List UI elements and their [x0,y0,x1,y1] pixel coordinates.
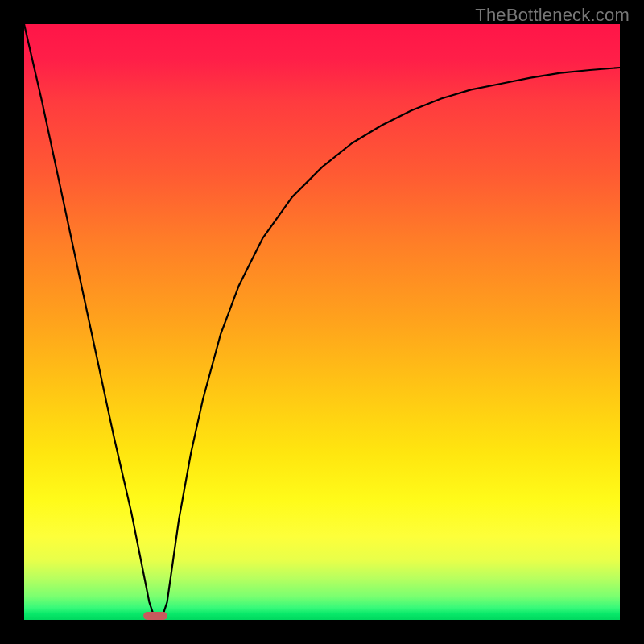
chart-frame: TheBottleneck.com [0,0,644,644]
plot-area [24,24,620,620]
curve-svg [24,24,620,620]
curve-path [24,24,620,620]
watermark-text: TheBottleneck.com [475,5,630,26]
bottleneck-marker [143,612,167,620]
